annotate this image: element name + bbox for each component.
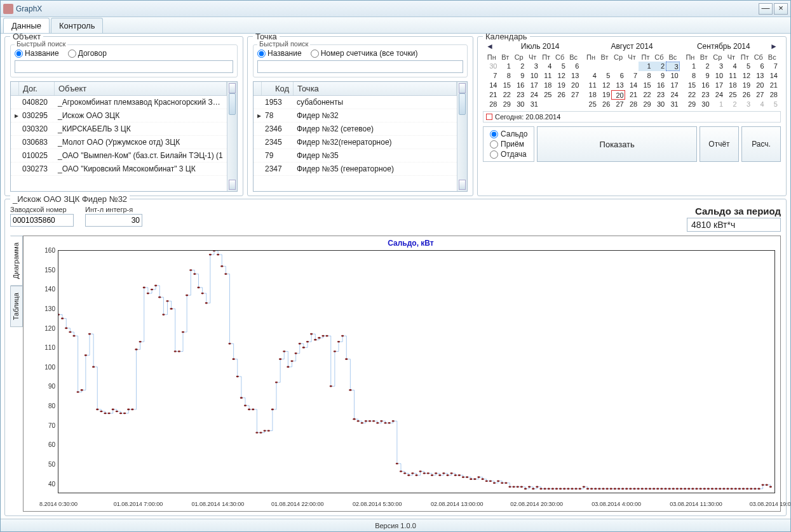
table-row[interactable]: 030273_ОАО "Кировский Мясокомбинат" 3 ЦК [11,163,227,176]
cal-day[interactable]: 20 [567,81,580,90]
cal-day[interactable]: 5 [553,62,566,71]
cal-day[interactable]: 17 [666,81,679,90]
cal-day[interactable]: 3 [525,62,539,71]
table-row[interactable]: ▸78Фидер №32 [254,109,457,123]
cal-day[interactable]: 18 [539,81,553,90]
cal-day[interactable]: 30 [512,100,525,109]
table-row[interactable]: ▸030295_Искож ОАО ЗЦК [11,109,227,123]
cal-day[interactable]: 15 [684,81,697,90]
cal-day[interactable]: 19 [598,90,611,100]
cal-day[interactable]: 22 [498,90,511,100]
object-col-name[interactable]: Объект [55,82,227,95]
point-grid[interactable]: Код Точка 1953субабоненты▸78Фидер №32234… [253,81,468,192]
cal-day[interactable]: 24 [711,90,724,100]
table-row[interactable]: 030320_КИРСКАБЕЛЬ 3 ЦК [11,123,227,136]
cal-day[interactable]: 25 [584,100,597,109]
cal-day[interactable]: 14 [625,81,639,90]
cal-day[interactable]: 13 [752,71,765,81]
cal-day[interactable]: 21 [766,81,779,90]
cal-day[interactable]: 8 [498,71,511,81]
cal-day[interactable]: 27 [611,100,625,109]
cal-day[interactable]: 29 [639,100,652,109]
point-radio-name[interactable]: Название [257,49,302,58]
cal-day[interactable]: 20 [611,90,625,100]
cal-day[interactable]: 23 [652,90,666,100]
cal-day[interactable]: 3 [711,62,724,71]
table-row[interactable]: 2347Фидер №35 (генераторное) [254,163,457,176]
cal-day[interactable]: 26 [598,100,611,109]
cal-day[interactable]: 3 [666,62,679,71]
close-button[interactable]: × [774,3,788,15]
cal-day[interactable]: 12 [553,71,566,81]
cal-day[interactable]: 6 [567,62,580,71]
cal-day[interactable]: 22 [684,90,697,100]
cal-day[interactable] [611,62,625,71]
point-radio-meter[interactable]: Номер счетчика (все точки) [311,49,418,58]
report-button[interactable]: Отчёт [700,126,739,162]
cal-day[interactable]: 16 [652,81,666,90]
cal-next[interactable]: ► [769,42,778,51]
cal-day[interactable]: 31 [666,100,679,109]
table-row[interactable]: 1953субабоненты [254,96,457,109]
point-scrollbar[interactable] [457,82,467,191]
cal-day[interactable]: 4 [539,62,553,71]
cal-day[interactable]: 16 [512,81,525,90]
cal-day[interactable]: 18 [724,81,738,90]
cal-day[interactable]: 2 [652,62,666,71]
cal-day[interactable]: 4 [584,71,597,81]
cal-day[interactable]: 11 [539,71,553,81]
cal-day[interactable]: 9 [652,71,666,81]
cal-day[interactable]: 12 [738,71,752,81]
cal-day[interactable]: 13 [567,71,580,81]
mode-saldo[interactable]: Сальдо [490,130,527,138]
cal-day[interactable]: 29 [498,100,511,109]
cal-day[interactable]: 7 [625,71,639,81]
side-tab-diagram[interactable]: Диаграмма [10,236,23,286]
cal-day[interactable]: 5 [766,100,779,109]
cal-day[interactable]: 7 [485,71,498,81]
cal-day[interactable]: 6 [752,62,765,71]
cal-day[interactable]: 19 [553,81,566,90]
cal-day[interactable]: 2 [512,62,525,71]
cal-day[interactable]: 11 [584,81,597,90]
cal-day[interactable]: 27 [752,90,765,100]
cal-day[interactable]: 3 [738,100,752,109]
minimize-button[interactable]: — [759,3,773,15]
cal-day[interactable]: 1 [498,62,511,71]
table-row[interactable]: 79Фидер №35 [254,149,457,163]
cal-day[interactable]: 28 [485,100,498,109]
cal-day[interactable]: 6 [611,71,625,81]
calc-button[interactable]: Расч. [741,126,781,162]
object-scrollbar[interactable] [227,82,237,191]
cal-day[interactable]: 15 [639,81,652,90]
cal-day[interactable]: 5 [738,62,752,71]
cal-day[interactable] [584,62,597,71]
cal-day[interactable]: 1 [684,62,697,71]
cal-day[interactable]: 15 [498,81,511,90]
cal-day[interactable]: 1 [639,62,652,71]
cal-day[interactable] [553,100,566,109]
cal-day[interactable]: 21 [485,90,498,100]
cal-day[interactable]: 13 [611,81,625,90]
cal-day[interactable]: 9 [697,71,710,81]
cal-day[interactable]: 24 [525,90,539,100]
serial-input[interactable] [10,214,74,227]
cal-day[interactable]: 20 [752,81,765,90]
cal-day[interactable]: 28 [625,100,639,109]
cal-day[interactable]: 24 [666,90,679,100]
cal-day[interactable]: 14 [766,71,779,81]
table-row[interactable]: 040820_Агрокомбинат племзавод Красногорс… [11,96,227,109]
mode-in[interactable]: Приём [490,140,527,149]
cal-day[interactable]: 29 [684,100,697,109]
mode-out[interactable]: Отдача [490,150,527,159]
cal-day[interactable]: 19 [738,81,752,90]
cal-day[interactable]: 10 [711,71,724,81]
cal-day[interactable]: 14 [485,81,498,90]
object-grid[interactable]: Дог. Объект 040820_Агрокомбинат племзаво… [10,81,238,192]
cal-day[interactable]: 8 [639,71,652,81]
tab-data[interactable]: Данные [3,18,50,33]
cal-day[interactable]: 18 [584,90,597,100]
cal-day[interactable]: 30 [485,62,498,71]
cal-day[interactable]: 5 [598,71,611,81]
cal-day[interactable]: 12 [598,81,611,90]
